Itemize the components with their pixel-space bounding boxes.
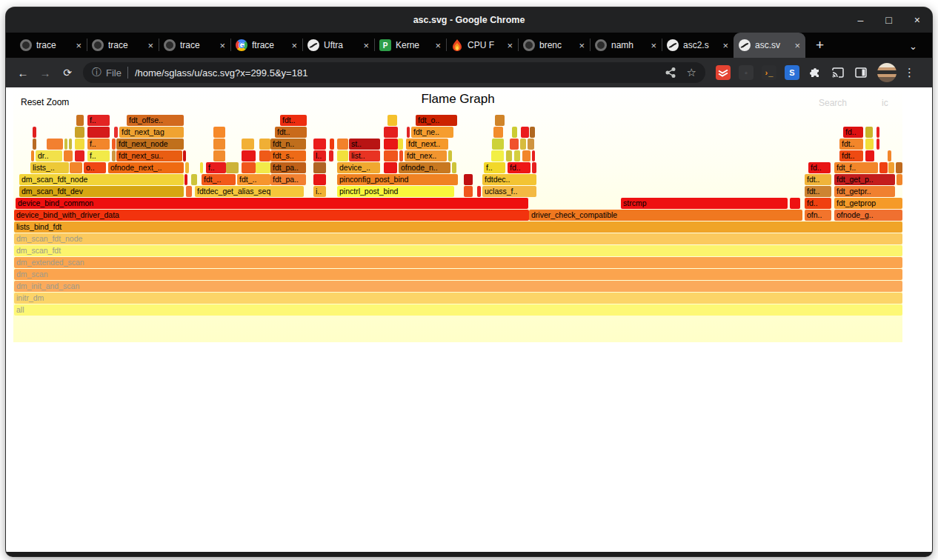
todoist-extension-icon[interactable] [716, 65, 731, 80]
flame-frame[interactable] [452, 162, 456, 173]
flame-frame[interactable]: dm_scan_fdt_node [14, 233, 902, 244]
browser-menu-icon[interactable]: ⋮ [904, 66, 915, 79]
cast-icon[interactable] [831, 65, 845, 80]
flame-frame[interactable] [256, 162, 270, 173]
flame-frame[interactable]: fdt_.. [237, 174, 270, 185]
tab-asc2-s[interactable]: asc2.s× [662, 33, 734, 58]
flame-frame[interactable]: dm_scan_fdt [14, 245, 902, 256]
tab-close-icon[interactable]: × [435, 40, 441, 51]
flame-frame[interactable]: lists_.. [30, 162, 69, 173]
flame-frame[interactable]: dm_scan_fdt_node [19, 174, 184, 185]
flame-frame[interactable]: f.. [484, 162, 505, 173]
flame-frame[interactable]: fdt_getprop [834, 198, 902, 209]
flame-frame[interactable]: st.. [349, 139, 380, 150]
flame-frame[interactable] [384, 139, 398, 150]
maximize-button[interactable]: □ [885, 15, 891, 25]
reload-button[interactable]: ⟳ [56, 67, 79, 79]
flame-frame[interactable]: fdt_.. [202, 174, 236, 185]
flame-frame[interactable]: initr_dm [14, 293, 902, 304]
flame-frame[interactable] [530, 127, 535, 138]
flame-frame[interactable] [64, 150, 73, 161]
flame-frame[interactable] [75, 139, 84, 150]
flame-frame[interactable] [313, 174, 326, 185]
tab-close-icon[interactable]: × [76, 40, 82, 51]
flame-frame[interactable] [31, 150, 34, 161]
flame-frame[interactable] [186, 186, 192, 197]
share-icon[interactable] [665, 67, 676, 79]
flame-frame[interactable] [213, 150, 225, 161]
extensions-puzzle-icon[interactable] [808, 65, 822, 80]
flame-frame[interactable] [877, 127, 879, 138]
flame-frame[interactable] [865, 127, 873, 138]
flame-frame[interactable] [512, 127, 517, 138]
flame-frame[interactable] [213, 139, 225, 150]
flame-frame[interactable]: device_bind_with_driver_data [14, 210, 529, 221]
flame-frame[interactable] [69, 139, 72, 150]
flame-frame[interactable] [493, 127, 503, 138]
flame-frame[interactable] [313, 139, 326, 150]
flame-frame[interactable] [242, 150, 256, 161]
flame-frame[interactable] [33, 139, 36, 150]
flame-frame[interactable] [888, 150, 891, 161]
tab-close-icon[interactable]: × [507, 40, 513, 51]
flame-frame[interactable]: fdt_n.. [270, 139, 306, 150]
flame-frame[interactable]: fdt_next_node [116, 139, 184, 150]
flame-frame[interactable] [226, 162, 239, 173]
flame-frame[interactable]: fdt.. [805, 186, 831, 197]
url-text[interactable]: /home/sglass/u/asc.svg?x=299.5&y=181 [135, 67, 659, 79]
flame-frame[interactable] [242, 139, 254, 150]
flame-frame[interactable]: ofn.. [805, 210, 831, 221]
flame-frame[interactable] [47, 139, 63, 150]
flame-frame[interactable]: fdt_f.. [834, 162, 878, 173]
flame-frame[interactable]: driver_check_compatible [529, 210, 802, 221]
bookmark-star-icon[interactable]: ☆ [687, 66, 696, 79]
flame-frame[interactable]: strcmp [621, 198, 788, 209]
flame-frame[interactable] [877, 139, 879, 150]
profile-avatar[interactable] [877, 63, 897, 82]
tab-kerne[interactable]: PKerne× [374, 33, 446, 58]
flame-frame[interactable]: fdt.. [839, 150, 863, 161]
flame-frame[interactable] [259, 139, 270, 150]
flame-frame[interactable] [87, 127, 110, 138]
flame-frame[interactable] [865, 139, 874, 150]
tab-ftrace[interactable]: Gftrace× [230, 33, 302, 58]
tab-close-icon[interactable]: × [579, 40, 585, 51]
flame-frame[interactable] [464, 186, 473, 197]
flame-frame[interactable]: uclass_f.. [482, 186, 536, 197]
flame-frame[interactable] [330, 139, 334, 150]
flame-frame[interactable]: fdt.. [839, 139, 863, 150]
flame-frame[interactable] [313, 162, 326, 173]
flame-frame[interactable]: device_bind_common [16, 198, 528, 209]
flame-frame[interactable] [112, 150, 116, 161]
flame-frame[interactable]: pinconfig_post_bind [337, 174, 458, 185]
flame-frame[interactable] [879, 162, 888, 173]
flame-frame[interactable] [896, 162, 902, 173]
flame-frame[interactable]: l.. [313, 150, 326, 161]
flame-frame[interactable]: list.. [349, 150, 380, 161]
flame-frame[interactable] [183, 150, 186, 161]
flame-frame[interactable] [464, 174, 473, 185]
flame-frame[interactable]: ofnode_g.. [834, 210, 902, 221]
new-tab-button[interactable]: + [816, 37, 824, 53]
flame-frame[interactable]: fdt_pa.. [270, 162, 306, 173]
flame-frame[interactable]: fd.. [805, 198, 831, 209]
flame-frame[interactable]: o.. [84, 162, 106, 173]
terminal-extension-icon[interactable]: ›_ [762, 65, 776, 80]
tab-close-icon[interactable]: × [147, 40, 153, 51]
flame-frame[interactable] [387, 115, 397, 126]
tab-namh[interactable]: namh× [590, 33, 662, 58]
flame-frame[interactable] [64, 139, 67, 150]
flame-frame[interactable] [242, 162, 256, 173]
dim-extension-icon[interactable]: ◦ [739, 65, 754, 80]
flame-frame[interactable] [398, 139, 403, 150]
flame-frame[interactable]: dm_extended_scan [14, 257, 902, 268]
flame-frame[interactable] [70, 162, 82, 173]
flame-frame[interactable] [384, 162, 397, 173]
flame-frame[interactable] [259, 150, 270, 161]
flame-frame[interactable] [407, 127, 410, 138]
flame-frame[interactable]: fdt_next.. [406, 139, 448, 150]
flame-frame[interactable] [506, 150, 512, 161]
flame-frame[interactable] [114, 127, 118, 138]
side-panel-icon[interactable] [854, 65, 868, 80]
flame-frame[interactable]: dr.. [36, 150, 62, 161]
